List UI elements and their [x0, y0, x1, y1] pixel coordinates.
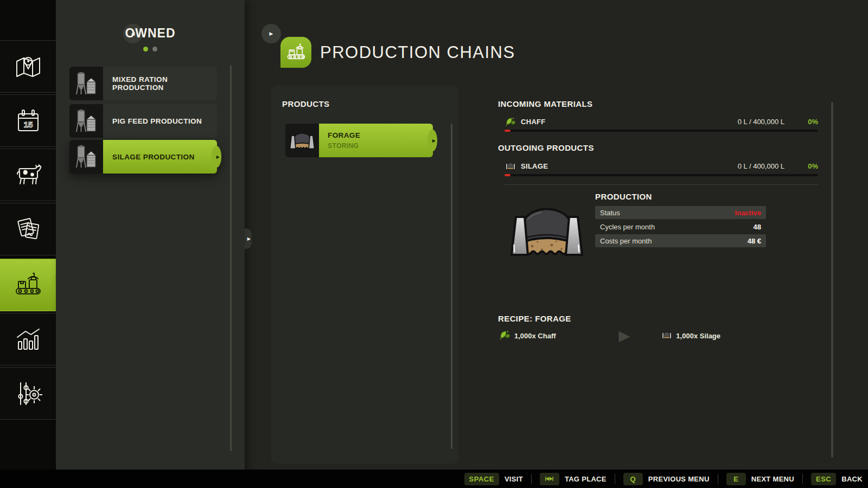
production-row-costs: Costs per month 48 €: [595, 234, 766, 247]
products-scrollbar[interactable]: [451, 124, 452, 449]
cycles-value: 48: [754, 223, 761, 231]
main-menu-sidebar: 15: [0, 0, 56, 488]
pagination-dot-active: [143, 47, 148, 52]
section-divider: [505, 184, 818, 185]
owned-panel-title: OWNED: [56, 26, 245, 41]
details-scrollbar[interactable]: [831, 102, 833, 458]
production-section-title: PRODUCTION: [595, 192, 652, 201]
products-panel-title: PRODUCTS: [282, 99, 329, 108]
silo-icon: [72, 143, 100, 171]
production-info-table: Status Inactive Cycles per month 48 Cost…: [595, 206, 766, 248]
settings-icon: [14, 380, 42, 408]
action-label: BACK: [841, 475, 863, 483]
sidebar-item-settings[interactable]: [0, 367, 56, 420]
recipe-output: 1,000x Silage: [676, 332, 720, 340]
silage-progress-bar: [505, 174, 818, 176]
row-label: Cycles per month: [600, 223, 655, 231]
production-chains-screen: 15: [0, 0, 868, 488]
footer-divider: [718, 474, 718, 484]
action-visit[interactable]: SPACE VISIT: [464, 473, 523, 485]
chevron-right-icon: ▶: [432, 138, 436, 143]
costs-value: 48 €: [748, 237, 761, 245]
statistics-icon: [14, 326, 42, 352]
owned-scrollbar[interactable]: [230, 65, 232, 451]
silo-icon: [72, 69, 100, 98]
silo-thumbnail: [69, 67, 103, 100]
silo-thumbnail: [69, 140, 103, 174]
sidebar-item-calendar[interactable]: 15: [0, 94, 56, 147]
footer-divider: [802, 474, 803, 484]
svg-text:15: 15: [23, 120, 33, 129]
material-amount: 0 L / 400,000 L: [738, 162, 784, 170]
owned-item-pig-feed[interactable]: PIG FEED PRODUCTION: [69, 104, 217, 138]
sidebar-item-animals[interactable]: [0, 149, 56, 201]
owned-item-label: PIG FEED PRODUCTION: [103, 104, 217, 138]
material-name: SILAGE: [521, 162, 548, 170]
action-next-menu[interactable]: E NEXT MENU: [726, 473, 794, 485]
production-chains-icon: [286, 42, 307, 63]
action-back[interactable]: ESC BACK: [811, 473, 863, 485]
production-row-status: Status Inactive: [595, 206, 766, 219]
product-body: FORAGE STORING: [319, 124, 433, 157]
owned-productions-panel: ◀ OWNED ▶ MIXED RATION PRODUCTION: [56, 0, 245, 488]
selected-item-bump: ▶: [427, 130, 437, 151]
material-percent: 0%: [784, 118, 818, 126]
production-chains-icon: [14, 271, 43, 299]
silage-icon: [505, 162, 516, 170]
bunker-silo-large-icon: [506, 204, 588, 258]
bunker-silo-image: [506, 204, 588, 260]
chaff-progress-bar: [505, 130, 818, 132]
owned-item-label: SILAGE PRODUCTION: [103, 140, 217, 174]
silo-icon: [72, 107, 100, 135]
silo-thumbnail: [69, 104, 103, 138]
owned-item-label: MIXED RATION PRODUCTION: [103, 67, 217, 100]
pagination-dot: [152, 47, 157, 52]
next-category-button[interactable]: ▶: [261, 24, 281, 43]
product-name: FORAGE: [328, 131, 433, 139]
tab-key[interactable]: [540, 473, 559, 485]
sidebar-item-production-chains[interactable]: ▶: [0, 259, 56, 311]
footer-divider: [615, 474, 615, 484]
tab-icon: [545, 476, 553, 481]
page-title: PRODUCTION CHAINS: [320, 43, 515, 62]
action-tag-place[interactable]: TAG PLACE: [540, 473, 607, 485]
page-icon-badge: [280, 37, 311, 68]
silage-icon: [661, 331, 672, 342]
material-row-chaff: CHAFF 0 L / 400,000 L 0%: [505, 115, 818, 127]
owned-item-silage-selected[interactable]: SILAGE PRODUCTION ▶: [69, 140, 217, 174]
bunker-silo-thumbnail: [285, 124, 319, 157]
material-row-silage: SILAGE 0 L / 400,000 L 0%: [505, 160, 818, 172]
sidebar-item-statistics[interactable]: [0, 313, 56, 365]
action-label: TAG PLACE: [565, 475, 607, 483]
space-key[interactable]: SPACE: [464, 473, 499, 485]
footer-divider: [531, 474, 532, 484]
e-key[interactable]: E: [726, 473, 746, 485]
pagination-dots: [56, 47, 245, 52]
sidebar-item-map[interactable]: [0, 40, 56, 93]
incoming-materials-title: INCOMING MATERIALS: [498, 99, 592, 108]
product-item-forage[interactable]: FORAGE STORING ▶: [285, 124, 433, 157]
chaff-icon: [505, 117, 516, 126]
row-label: Costs per month: [600, 237, 652, 245]
map-icon: [14, 54, 42, 79]
status-value: Inactive: [735, 209, 761, 217]
chevron-right-icon: ▶: [216, 155, 220, 159]
products-panel: PRODUCTS FORAGE STORING ▶: [271, 86, 458, 464]
q-key[interactable]: Q: [623, 473, 643, 485]
owned-item-mixed-ration[interactable]: MIXED RATION PRODUCTION: [69, 67, 217, 100]
material-amount: 0 L / 400,000 L: [738, 118, 784, 126]
action-label: PREVIOUS MENU: [648, 475, 710, 483]
cow-icon: [13, 164, 43, 187]
hotkey-bar: SPACE VISIT TAG PLACE Q PREVIOUS MENU: [0, 470, 868, 488]
sidebar-item-contracts[interactable]: [0, 203, 56, 255]
panel-expand-handle[interactable]: ▶: [245, 228, 252, 249]
outgoing-products-title: OUTGOING PRODUCTS: [498, 143, 594, 152]
documents-icon: [14, 215, 42, 243]
material-name: CHAFF: [521, 118, 546, 126]
action-previous-menu[interactable]: Q PREVIOUS MENU: [623, 473, 710, 485]
chevron-right-icon: ▶: [247, 236, 251, 241]
esc-key[interactable]: ESC: [811, 473, 836, 485]
recipe-title: RECIPE: FORAGE: [498, 314, 571, 323]
calendar-icon: 15: [15, 108, 41, 134]
bunker-silo-icon: [288, 128, 316, 153]
